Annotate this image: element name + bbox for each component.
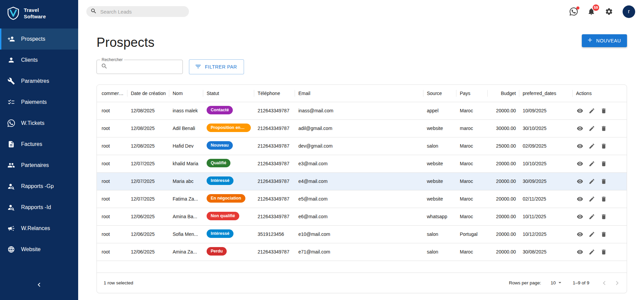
sidebar-item-paiements[interactable]: Paiements xyxy=(0,92,78,113)
edit-button[interactable] xyxy=(588,125,596,132)
cell-nom: Hafid Dev xyxy=(169,137,203,155)
sidebar-item-website[interactable]: Website xyxy=(0,239,78,260)
cell-statut: Intéressé xyxy=(203,225,254,243)
view-button[interactable] xyxy=(576,213,584,221)
column-header[interactable]: Pays xyxy=(456,85,488,102)
delete-button[interactable] xyxy=(600,213,608,221)
delete-button[interactable] xyxy=(600,248,608,256)
cell-statut: Intéressé xyxy=(203,172,254,190)
view-button[interactable] xyxy=(576,177,584,185)
notifications-button[interactable]: 59 xyxy=(587,7,596,16)
cell-nom: Maria abc xyxy=(169,172,203,190)
delete-button[interactable] xyxy=(600,230,608,238)
pencil-icon xyxy=(589,231,595,238)
column-header[interactable]: commercial xyxy=(97,85,127,102)
next-page-button[interactable] xyxy=(612,278,623,288)
sidebar-item-partenaires[interactable]: Partenaires xyxy=(0,155,78,176)
sidebar-item-factures[interactable]: Factures xyxy=(0,134,78,155)
column-header[interactable]: Nom xyxy=(169,85,203,102)
whatsapp-button[interactable] xyxy=(570,7,578,16)
topbar-search-input[interactable] xyxy=(100,9,185,15)
new-button[interactable]: NOUVEAU xyxy=(582,34,627,47)
cell-email: e4@mail.com xyxy=(295,172,423,190)
cell-budget: 20000.00 xyxy=(488,243,519,261)
sidebar-collapse-button[interactable] xyxy=(0,273,78,300)
delete-button[interactable] xyxy=(600,125,608,132)
delete-button[interactable] xyxy=(600,142,608,150)
edit-button[interactable] xyxy=(588,195,596,203)
pencil-icon xyxy=(589,125,595,132)
table-row[interactable]: root12/06/2025Amina Za...Perdu2126433497… xyxy=(97,243,627,261)
table-row[interactable]: root12/06/2025Sofia Men...Intéressé35191… xyxy=(97,225,627,243)
view-button[interactable] xyxy=(576,160,584,168)
previous-page-button[interactable] xyxy=(599,278,610,288)
column-header[interactable]: preferred_dates xyxy=(519,85,573,102)
delete-button[interactable] xyxy=(600,160,608,168)
cell-pays: maroc xyxy=(456,119,488,137)
cell-nom: Adil Benali xyxy=(169,119,203,137)
edit-button[interactable] xyxy=(588,230,596,238)
checklist-icon xyxy=(7,98,15,106)
table-row[interactable]: root12/07/2025Maria abcIntéressé21264334… xyxy=(97,172,627,190)
sidebar-item-rapports-gp[interactable]: Rapports -Gp xyxy=(0,176,78,197)
view-button[interactable] xyxy=(576,248,584,256)
column-header[interactable]: Statut xyxy=(203,85,254,102)
search-field[interactable]: Rechercher xyxy=(97,60,183,74)
table-row[interactable]: root12/08/2025inass malekContacté2126433… xyxy=(97,102,627,119)
user-avatar[interactable]: r xyxy=(623,5,635,18)
cell-preferred_dates: 30/09/2025 xyxy=(519,172,573,190)
cell-actions xyxy=(573,225,627,243)
edit-button[interactable] xyxy=(588,248,596,256)
edit-button[interactable] xyxy=(588,107,596,115)
filters-row: Rechercher FILTRER PAR xyxy=(97,59,627,74)
trash-icon xyxy=(601,143,607,149)
delete-button[interactable] xyxy=(600,177,608,185)
new-button-label: NOUVEAU xyxy=(596,38,621,43)
table-row[interactable]: root12/06/2025Amina Ba...Non qualifié212… xyxy=(97,208,627,225)
table-row[interactable]: root12/08/2025Hafid DevNouveau2126433497… xyxy=(97,137,627,155)
cell-pays: Maroc xyxy=(456,102,488,119)
delete-button[interactable] xyxy=(600,107,608,115)
table-row[interactable]: root12/08/2025Adil BenaliProposition env… xyxy=(97,119,627,137)
prospects-search-input[interactable] xyxy=(110,64,178,70)
edit-button[interactable] xyxy=(588,177,596,185)
cell-email: dev@gmail.com xyxy=(295,137,423,155)
sidebar-item-rapports-id[interactable]: Rapports -Id xyxy=(0,197,78,218)
sidebar-item-clients[interactable]: Clients xyxy=(0,50,78,71)
column-header[interactable]: Actions xyxy=(573,85,627,102)
table-body: root12/08/2025inass malekContacté2126433… xyxy=(97,102,627,261)
edit-button[interactable] xyxy=(588,213,596,221)
view-button[interactable] xyxy=(576,107,584,115)
column-header[interactable]: Source xyxy=(423,85,456,102)
cell-actions xyxy=(573,102,627,119)
filter-button[interactable]: FILTRER PAR xyxy=(189,59,244,74)
sidebar-item-w-relances[interactable]: W.Relances xyxy=(0,218,78,239)
cell-telephone: 3519123456 xyxy=(254,225,295,243)
table-row[interactable]: root12/07/2025khalid MariaQualifié212643… xyxy=(97,155,627,172)
sidebar-item-prospects[interactable]: Prospects xyxy=(0,29,78,50)
column-header[interactable]: Email xyxy=(295,85,423,102)
view-button[interactable] xyxy=(576,230,584,238)
cell-actions xyxy=(573,172,627,190)
column-header[interactable]: Téléphone xyxy=(254,85,295,102)
sidebar-item-param-tres[interactable]: Paramètres xyxy=(0,71,78,92)
column-header[interactable]: Date de création xyxy=(127,85,169,102)
app-logo[interactable]: Travel Software xyxy=(0,0,78,27)
whatsapp-notification-dot xyxy=(576,6,579,10)
cell-date: 12/07/2025 xyxy=(127,172,169,190)
column-header[interactable]: Budget xyxy=(488,85,519,102)
table-row[interactable]: root12/07/2025Fatima Za...En négociation… xyxy=(97,190,627,208)
view-button[interactable] xyxy=(576,142,584,150)
caret-down-icon xyxy=(557,279,563,287)
pencil-icon xyxy=(589,143,595,149)
sidebar-item-w-tickets[interactable]: W.Tickets xyxy=(0,113,78,134)
cell-statut: En négociation xyxy=(203,190,254,208)
edit-button[interactable] xyxy=(588,160,596,168)
edit-button[interactable] xyxy=(588,142,596,150)
delete-button[interactable] xyxy=(600,195,608,203)
settings-button[interactable] xyxy=(605,7,614,16)
topbar-search[interactable] xyxy=(86,6,189,17)
rows-per-page-select[interactable]: 10 xyxy=(551,279,563,287)
view-button[interactable] xyxy=(576,195,584,203)
view-button[interactable] xyxy=(576,125,584,132)
